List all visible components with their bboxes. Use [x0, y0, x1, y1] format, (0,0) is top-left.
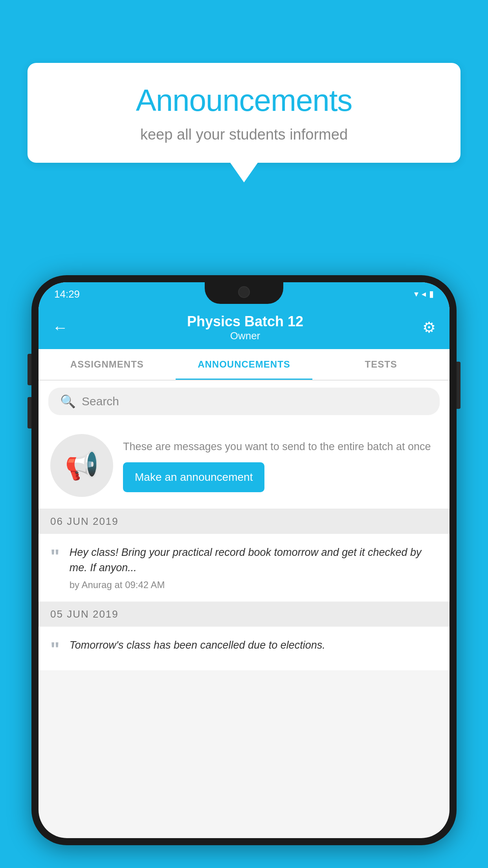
wifi-icon: ▾: [414, 289, 418, 299]
tab-bar: ASSIGNMENTS ANNOUNCEMENTS TESTS: [39, 349, 449, 381]
megaphone-icon: 📢: [65, 449, 99, 482]
announcement-item-2[interactable]: " Tomorrow's class has been cancelled du…: [39, 627, 449, 670]
announcement-content-2: Tomorrow's class has been cancelled due …: [70, 638, 438, 657]
speech-bubble-subtitle: keep all your students informed: [51, 126, 437, 143]
speech-bubble-section: Announcements keep all your students inf…: [28, 63, 460, 182]
status-icons: ▾ ◂ ▮: [414, 289, 434, 299]
status-time: 14:29: [54, 288, 80, 300]
header-center: Physics Batch 12 Owner: [187, 313, 303, 342]
search-bar-container: 🔍 Search: [39, 381, 449, 422]
phone-power-button: [457, 362, 460, 409]
search-placeholder: Search: [82, 395, 119, 408]
date-separator-1: 06 JUN 2019: [39, 509, 449, 534]
make-announcement-button[interactable]: Make an announcement: [123, 462, 264, 492]
phone-screen: 14:29 ▾ ◂ ▮ ← Physics Batch 12 Owner ⚙: [39, 282, 449, 838]
phone-camera: [238, 286, 250, 298]
speech-bubble-title: Announcements: [51, 83, 437, 118]
tab-tests[interactable]: TESTS: [312, 349, 449, 380]
announcement-item-1[interactable]: " Hey class! Bring your practical record…: [39, 534, 449, 602]
signal-icon: ◂: [422, 289, 426, 299]
back-button[interactable]: ←: [52, 319, 68, 337]
promo-card: 📢 These are messages you want to send to…: [39, 422, 449, 509]
quote-icon-1: ": [50, 547, 60, 566]
tab-announcements[interactable]: ANNOUNCEMENTS: [176, 349, 313, 380]
announcement-text-1: Hey class! Bring your practical record b…: [70, 545, 438, 576]
promo-icon-circle: 📢: [50, 434, 113, 497]
header-title: Physics Batch 12: [187, 313, 303, 330]
settings-icon[interactable]: ⚙: [422, 319, 436, 336]
promo-description: These are messages you want to send to t…: [123, 439, 438, 455]
search-bar[interactable]: 🔍 Search: [48, 388, 440, 415]
phone-vol-down-button: [28, 397, 31, 428]
tab-assignments[interactable]: ASSIGNMENTS: [39, 349, 176, 380]
search-icon: 🔍: [60, 394, 76, 409]
speech-bubble-arrow: [230, 163, 258, 182]
announcement-text-2: Tomorrow's class has been cancelled due …: [70, 638, 438, 653]
quote-icon-2: ": [50, 640, 60, 659]
app-header: ← Physics Batch 12 Owner ⚙: [39, 306, 449, 349]
speech-bubble-card: Announcements keep all your students inf…: [28, 63, 460, 163]
phone-mockup: 14:29 ▾ ◂ ▮ ← Physics Batch 12 Owner ⚙: [31, 275, 457, 845]
date-separator-2: 05 JUN 2019: [39, 602, 449, 627]
phone-vol-up-button: [28, 354, 31, 385]
battery-icon: ▮: [429, 289, 434, 299]
promo-content: These are messages you want to send to t…: [123, 439, 438, 493]
announcement-content-1: Hey class! Bring your practical record b…: [70, 545, 438, 590]
header-subtitle: Owner: [187, 330, 303, 342]
announcement-meta-1: by Anurag at 09:42 AM: [70, 579, 438, 590]
phone-outer-frame: 14:29 ▾ ◂ ▮ ← Physics Batch 12 Owner ⚙: [31, 275, 457, 845]
